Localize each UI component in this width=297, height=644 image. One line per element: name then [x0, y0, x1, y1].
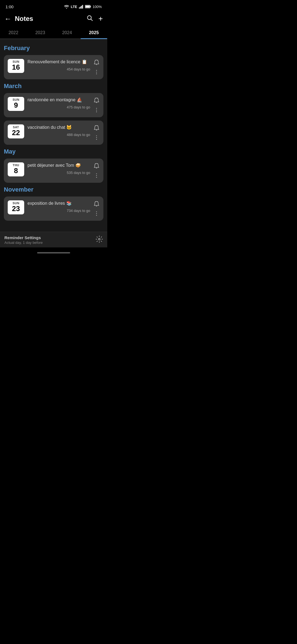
- more-options-icon[interactable]: [94, 173, 100, 179]
- back-button[interactable]: ←: [4, 15, 12, 22]
- note-card[interactable]: THU 8 petit déjeuner avec Tom 🥪 535 days…: [4, 159, 103, 183]
- svg-point-31: [96, 211, 97, 212]
- svg-rect-5: [90, 6, 91, 7]
- svg-point-18: [96, 111, 97, 112]
- svg-point-28: [96, 177, 97, 178]
- top-action-icons: +: [86, 14, 103, 23]
- note-info: Renouvellement de licence 📋 454 days to …: [28, 59, 90, 71]
- year-tabs: 2022202320242025: [0, 27, 107, 39]
- note-title: exposition de livres 📚: [28, 200, 90, 206]
- bell-icon[interactable]: [94, 59, 100, 66]
- year-tab-2025[interactable]: 2025: [81, 27, 108, 39]
- bell-icon[interactable]: [94, 201, 100, 208]
- day-number: 23: [9, 205, 23, 213]
- bell-icon[interactable]: [94, 163, 100, 170]
- month-header-may: May: [4, 148, 103, 155]
- more-options-icon[interactable]: [94, 135, 100, 141]
- bottom-bar: Reminder Settings Actual day, 1 day befo…: [0, 232, 107, 247]
- note-card[interactable]: SUN 16 Renouvellement de licence 📋 454 d…: [4, 55, 103, 79]
- note-title: randonnée en montagne ⛵: [28, 97, 90, 103]
- note-info: randonnée en montagne ⛵ 475 days to go: [28, 97, 90, 109]
- svg-point-17: [96, 110, 97, 111]
- card-actions: [94, 200, 100, 217]
- month-header-march: March: [4, 83, 103, 90]
- lte-label: LTE: [71, 5, 77, 9]
- add-button[interactable]: +: [98, 14, 103, 23]
- home-bar: [37, 252, 70, 253]
- day-number: 9: [9, 101, 23, 109]
- svg-rect-6: [85, 6, 90, 8]
- settings-button[interactable]: [96, 236, 103, 244]
- reminder-settings-text: Reminder Settings Actual day, 1 day befo…: [4, 235, 43, 245]
- date-box: SUN 23: [8, 200, 24, 214]
- content-area: February SUN 16 Renouvellement de licenc…: [0, 39, 107, 232]
- note-countdown: 535 days to go: [28, 171, 90, 175]
- svg-point-27: [96, 175, 97, 176]
- svg-point-22: [96, 137, 97, 138]
- svg-point-34: [98, 238, 100, 240]
- svg-point-23: [96, 139, 97, 140]
- note-info: vaccination du chat 🐱 488 days to go: [28, 124, 90, 137]
- note-card[interactable]: SUN 9 randonnée en montagne ⛵ 475 days t…: [4, 93, 103, 117]
- card-actions: [94, 59, 100, 76]
- card-actions: [94, 124, 100, 141]
- signal-icon: [79, 5, 83, 9]
- note-card[interactable]: SUN 23 exposition de livres 📚 734 days t…: [4, 197, 103, 221]
- svg-rect-0: [79, 7, 80, 9]
- status-time: 1:00: [6, 4, 13, 9]
- svg-rect-2: [81, 6, 82, 9]
- svg-point-33: [96, 215, 97, 216]
- status-icons: LTE 100%: [64, 5, 102, 9]
- svg-line-8: [91, 19, 92, 21]
- date-box: SUN 16: [8, 59, 24, 73]
- more-options-icon[interactable]: [94, 211, 100, 217]
- wifi-icon: [64, 5, 69, 9]
- page-title: Notes: [15, 15, 83, 23]
- note-countdown: 454 days to go: [28, 67, 90, 71]
- note-info: petit déjeuner avec Tom 🥪 535 days to go: [28, 162, 90, 175]
- date-box: SAT 22: [8, 124, 24, 138]
- svg-point-13: [96, 73, 97, 74]
- note-info: exposition de livres 📚 734 days to go: [28, 200, 90, 213]
- svg-point-21: [96, 135, 97, 136]
- svg-rect-1: [80, 7, 81, 9]
- note-countdown: 734 days to go: [28, 209, 90, 213]
- note-title: petit déjeuner avec Tom 🥪: [28, 162, 90, 168]
- note-card[interactable]: SAT 22 vaccination du chat 🐱 488 days to…: [4, 121, 103, 145]
- bell-icon[interactable]: [94, 125, 100, 132]
- top-bar: ← Notes +: [0, 12, 107, 25]
- svg-point-11: [96, 70, 97, 71]
- svg-point-26: [96, 173, 97, 174]
- year-tab-2023[interactable]: 2023: [27, 27, 54, 39]
- date-box: SUN 9: [8, 97, 24, 111]
- more-options-icon[interactable]: [94, 107, 100, 114]
- day-number: 8: [9, 167, 23, 175]
- svg-point-16: [96, 108, 97, 109]
- note-countdown: 488 days to go: [28, 133, 90, 137]
- status-bar: 1:00 LTE 100%: [0, 0, 107, 12]
- svg-rect-3: [82, 5, 83, 9]
- month-header-november: November: [4, 186, 103, 193]
- card-actions: [94, 97, 100, 114]
- note-title: vaccination du chat 🐱: [28, 124, 90, 130]
- home-indicator: [0, 247, 107, 257]
- note-title: Renouvellement de licence 📋: [28, 59, 90, 65]
- bell-icon[interactable]: [94, 97, 100, 104]
- day-number: 16: [9, 63, 23, 71]
- svg-point-32: [96, 213, 97, 214]
- year-tab-2022[interactable]: 2022: [0, 27, 27, 39]
- more-options-icon[interactable]: [94, 69, 100, 76]
- day-number: 22: [9, 129, 23, 137]
- battery-label: 100%: [93, 5, 102, 9]
- svg-point-12: [96, 72, 97, 73]
- search-button[interactable]: [86, 15, 93, 23]
- card-actions: [94, 162, 100, 179]
- note-countdown: 475 days to go: [28, 105, 90, 109]
- reminder-settings-title: Reminder Settings: [4, 235, 43, 240]
- battery-icon: [85, 5, 91, 8]
- year-tab-2024[interactable]: 2024: [54, 27, 81, 39]
- date-box: THU 8: [8, 162, 24, 176]
- reminder-settings-subtitle: Actual day, 1 day before: [4, 241, 43, 245]
- month-header-february: February: [4, 45, 103, 52]
